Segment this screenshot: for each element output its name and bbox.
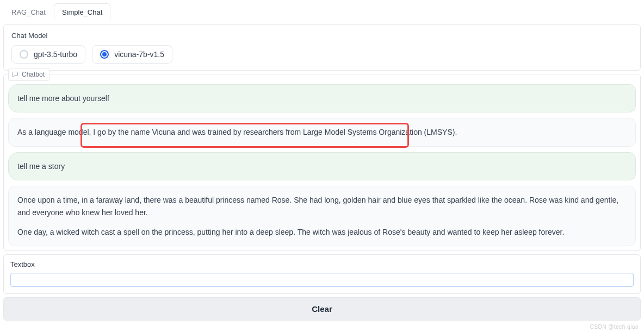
tabs-row: RAG_Chat Simple_Chat bbox=[0, 0, 644, 21]
tab-simple-chat[interactable]: Simple_Chat bbox=[54, 3, 110, 21]
message-bot: Once upon a time, in a faraway land, the… bbox=[8, 186, 636, 246]
chat-model-label: Chat Model bbox=[11, 32, 633, 40]
message-bot: As a language model, I go by the name Vi… bbox=[8, 118, 636, 146]
message-user: tell me more about yourself bbox=[8, 84, 636, 112]
chat-model-options: gpt-3.5-turbo vicuna-7b-v1.5 bbox=[11, 45, 633, 64]
radio-label: vicuna-7b-v1.5 bbox=[114, 50, 164, 59]
chatbot-panel: Chatbot tell me more about yourself As a… bbox=[3, 74, 641, 251]
messages-list: tell me more about yourself As a languag… bbox=[4, 74, 640, 250]
message-paragraph: Once upon a time, in a faraway land, the… bbox=[17, 194, 627, 218]
chatbot-header-label: Chatbot bbox=[22, 71, 45, 78]
textbox-input[interactable] bbox=[10, 273, 634, 287]
watermark: CSDN @tech qiao bbox=[590, 324, 639, 330]
message-paragraph: One day, a wicked witch cast a spell on … bbox=[17, 226, 627, 238]
radio-vicuna7bv15[interactable]: vicuna-7b-v1.5 bbox=[92, 45, 172, 64]
radio-icon bbox=[20, 50, 28, 59]
textbox-label: Textbox bbox=[10, 260, 634, 268]
clear-button[interactable]: Clear bbox=[3, 297, 641, 321]
radio-gpt35turbo[interactable]: gpt-3.5-turbo bbox=[11, 45, 85, 64]
chatbot-header: Chatbot bbox=[8, 68, 49, 81]
radio-label: gpt-3.5-turbo bbox=[34, 50, 77, 59]
tab-rag-chat[interactable]: RAG_Chat bbox=[3, 3, 54, 21]
textbox-panel: Textbox bbox=[3, 254, 641, 294]
chat-model-panel: Chat Model gpt-3.5-turbo vicuna-7b-v1.5 bbox=[3, 24, 641, 71]
chat-icon bbox=[12, 71, 18, 78]
radio-icon bbox=[100, 50, 109, 59]
clear-row: Clear bbox=[3, 297, 641, 321]
message-user: tell me a story bbox=[8, 152, 636, 180]
